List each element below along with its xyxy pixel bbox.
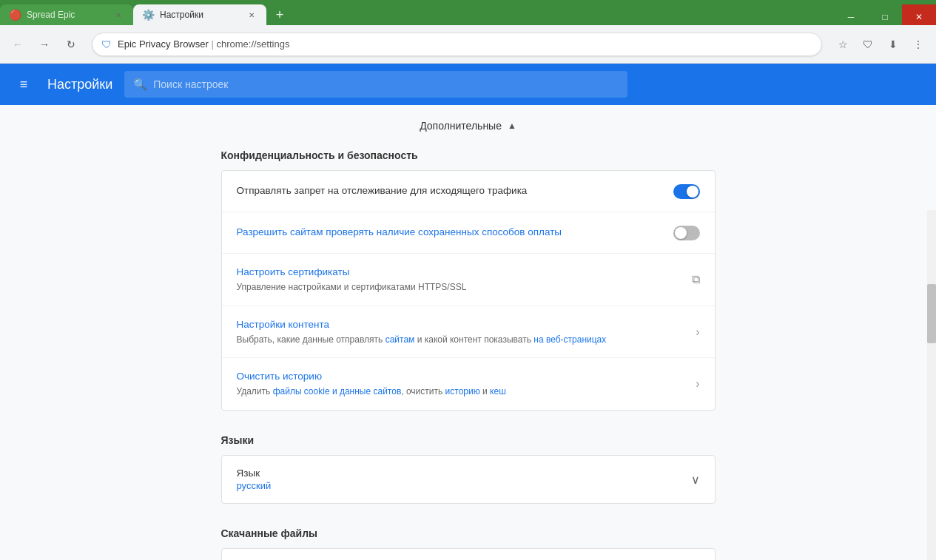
history-desc-text2: , очистить	[401, 386, 445, 397]
new-tab-button[interactable]: +	[269, 4, 290, 25]
dnt-toggle-knob	[687, 186, 698, 198]
language-value: русский	[237, 480, 691, 491]
window-controls: ─ □ ✕	[834, 4, 936, 25]
payment-toggle-knob	[675, 227, 687, 239]
reload-button[interactable]: ↻	[59, 33, 83, 56]
scrollbar-thumb[interactable]	[927, 284, 936, 343]
content-link2[interactable]: на веб-страницах	[533, 334, 606, 345]
downloads-folder-row[interactable]: Папка	[222, 549, 715, 560]
search-icon: 🔍	[133, 78, 147, 91]
languages-section-title: Языки	[221, 428, 716, 455]
settings-header: ≡ Настройки 🔍 Поиск настроек	[0, 64, 936, 105]
tab2-close[interactable]: ✕	[246, 9, 257, 21]
content-desc-text2: и какой контент показывать	[414, 334, 533, 345]
history-link1[interactable]: файлы cookie и данные сайтов	[273, 386, 402, 397]
certs-title: Настроить сертификаты	[237, 266, 680, 280]
omnibox-url: chrome://settings	[216, 38, 289, 50]
language-text: Язык русский	[237, 468, 691, 491]
certs-desc: Управление настройками и сертификатами H…	[237, 281, 680, 294]
forward-button[interactable]: →	[33, 33, 56, 56]
language-row[interactable]: Язык русский ∨	[222, 456, 715, 503]
downloads-section-title: Скачанные файлы	[221, 522, 716, 548]
language-chevron-icon: ∨	[691, 473, 700, 487]
star-icon[interactable]: ☆	[831, 33, 855, 56]
content-title: Настройки контента	[237, 318, 684, 332]
dnt-row[interactable]: Отправлять запрет на отслеживание для ис…	[222, 171, 715, 212]
tab1-icon: 🔴	[9, 9, 21, 21]
history-desc: Удалить файлы cookie и данные сайтов, оч…	[237, 385, 684, 398]
tab1-close[interactable]: ✕	[112, 9, 124, 21]
advanced-label: Дополнительные	[420, 120, 502, 132]
title-bar: 🔴 Spread Epic ✕ ⚙️ Настройки ✕ + ─ □ ✕	[0, 0, 936, 25]
tab1-title: Spread Epic	[27, 10, 107, 20]
certs-text: Настроить сертификаты Управление настрой…	[237, 266, 680, 294]
payment-row[interactable]: Разрешить сайтам проверять наличие сохра…	[222, 212, 715, 254]
history-link2[interactable]: историю	[445, 386, 480, 397]
content-text: Настройки контента Выбрать, какие данные…	[237, 318, 684, 346]
content-desc: Выбрать, какие данные отправлять сайтам …	[237, 334, 684, 346]
history-desc-text1: Удалить	[237, 386, 273, 397]
content-desc-text1: Выбрать, какие данные отправлять	[237, 334, 385, 345]
address-omnibox[interactable]: 🛡 Epic Privacy Browser | chrome://settin…	[92, 33, 822, 56]
menu-icon[interactable]: ⋮	[906, 33, 930, 56]
dnt-title: Отправлять запрет на отслеживание для ис…	[237, 184, 661, 198]
dnt-toggle-switch[interactable]	[673, 184, 700, 199]
content-arrow[interactable]: ›	[696, 325, 699, 339]
settings-content[interactable]: Дополнительные ▲ Конфиденциальность и бе…	[0, 105, 936, 560]
dnt-text: Отправлять запрет на отслеживание для ис…	[237, 184, 661, 198]
tab2-title: Настройки	[160, 10, 240, 20]
content-arrow-icon: ›	[696, 325, 699, 338]
hamburger-button[interactable]: ≡	[12, 72, 36, 96]
settings-search-box[interactable]: 🔍 Поиск настроек	[124, 71, 627, 98]
history-row[interactable]: Очистить историю Удалить файлы cookie и …	[222, 358, 715, 410]
address-bar: ← → ↻ 🛡 Epic Privacy Browser | chrome://…	[0, 25, 936, 64]
history-link3[interactable]: кеш	[490, 386, 506, 397]
history-arrow[interactable]: ›	[696, 377, 699, 391]
tab2-icon: ⚙️	[142, 9, 154, 21]
omnibox-site: Epic Privacy Browser	[118, 38, 209, 50]
tab-spread-epic[interactable]: 🔴 Spread Epic ✕	[0, 4, 133, 25]
settings-header-title: Настройки	[47, 77, 112, 92]
epic-shield-icon[interactable]: 🛡	[856, 33, 880, 56]
certs-external[interactable]: ⧉	[692, 273, 700, 286]
payment-toggle-switch[interactable]	[673, 226, 700, 240]
toolbar-icons: ☆ 🛡 ⬇ ⋮	[831, 33, 930, 56]
history-text: Очистить историю Удалить файлы cookie и …	[237, 370, 684, 398]
advanced-collapse-icon: ▲	[508, 121, 516, 131]
content-row[interactable]: Настройки контента Выбрать, какие данные…	[222, 306, 715, 359]
external-link-icon: ⧉	[692, 273, 700, 286]
search-placeholder: Поиск настроек	[153, 78, 228, 90]
advanced-section-header[interactable]: Дополнительные ▲	[221, 105, 716, 144]
privacy-section-title: Конфиденциальность и безопасность	[221, 144, 716, 170]
privacy-card: Отправлять запрет на отслеживание для ис…	[221, 170, 716, 411]
payment-text: Разрешить сайтам проверять наличие сохра…	[237, 226, 661, 240]
language-label: Язык	[237, 468, 691, 479]
payment-title: Разрешить сайтам проверять наличие сохра…	[237, 226, 661, 240]
downloads-card: Папка	[221, 548, 716, 560]
content-link1[interactable]: сайтам	[385, 334, 415, 345]
dnt-toggle[interactable]	[673, 184, 700, 199]
download-icon[interactable]: ⬇	[881, 33, 905, 56]
certs-row[interactable]: Настроить сертификаты Управление настрой…	[222, 254, 715, 306]
history-arrow-icon: ›	[696, 377, 699, 390]
tab-settings[interactable]: ⚙️ Настройки ✕	[133, 4, 266, 25]
omnibox-text: Epic Privacy Browser | chrome://settings	[118, 38, 812, 50]
back-button[interactable]: ←	[6, 33, 30, 56]
language-card: Язык русский ∨	[221, 455, 716, 504]
scrollbar-track[interactable]	[927, 210, 936, 560]
payment-toggle[interactable]	[673, 226, 700, 240]
history-desc-text3: и	[480, 386, 490, 397]
history-title: Очистить историю	[237, 370, 684, 384]
site-icon: 🛡	[101, 38, 112, 50]
